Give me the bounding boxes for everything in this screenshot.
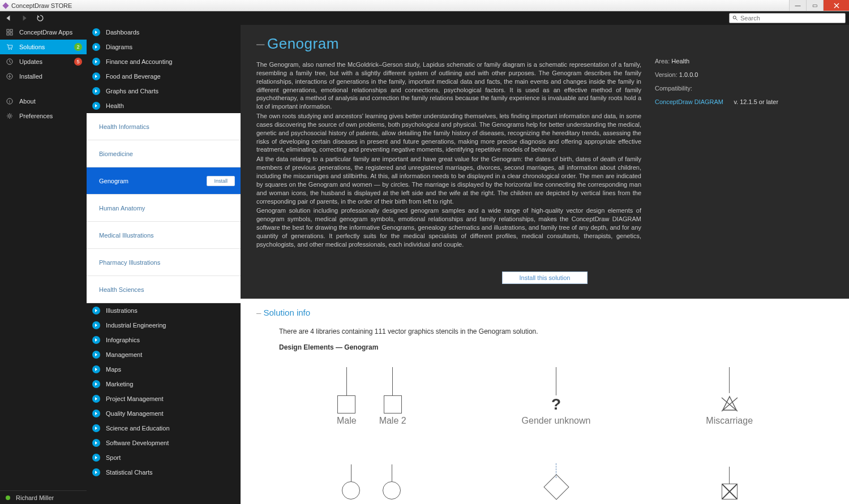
cat-label: Marketing	[106, 381, 133, 387]
cat-label: Dashboards	[106, 29, 139, 36]
solution-info-section[interactable]: – Solution info There are 4 libraries co…	[241, 299, 849, 504]
sidebar-item-label: Solutions	[19, 44, 45, 50]
cat-maps[interactable]: Maps	[87, 362, 241, 377]
cat-graphs[interactable]: Graphs and Charts	[87, 84, 241, 98]
expand-icon	[92, 321, 100, 329]
svg-point-6	[11, 49, 12, 50]
svg-rect-4	[10, 33, 12, 35]
cat-software[interactable]: Software Development	[87, 436, 241, 450]
category-panel[interactable]: Dashboards Diagrams Finance and Accounti…	[87, 25, 241, 504]
hero-paragraph: The own roots studying and ancestors' le…	[256, 112, 641, 154]
svg-text:i: i	[9, 99, 10, 104]
cat-project[interactable]: Project Management	[87, 391, 241, 406]
search-input[interactable]	[740, 15, 842, 21]
sub-label: Medical Illustrations	[99, 232, 154, 239]
info-subhead: Design Elements — Genogram	[279, 343, 833, 351]
expand-icon	[92, 454, 100, 462]
cat-sport[interactable]: Sport	[87, 450, 241, 465]
app-icon	[2, 2, 8, 8]
sidebar-item-label: Installed	[19, 73, 42, 80]
nav-back-button[interactable]	[3, 13, 14, 23]
cat-health[interactable]: Health	[87, 98, 241, 113]
window-title: ConceptDraw STORE	[11, 2, 72, 9]
meta-version-label: Version:	[655, 71, 678, 78]
nav-reload-button[interactable]	[35, 13, 45, 23]
expand-icon	[92, 395, 100, 403]
sidebar-item-solutions[interactable]: Solutions 2	[0, 40, 87, 54]
expand-icon	[92, 424, 100, 432]
sub-health-informatics[interactable]: Health Informatics	[87, 113, 241, 140]
cat-marketing[interactable]: Marketing	[87, 377, 241, 391]
expand-icon	[92, 351, 100, 359]
expand-icon	[92, 439, 100, 447]
cat-science[interactable]: Science and Education	[87, 421, 241, 436]
cat-industrial[interactable]: Industrial Engineering	[87, 318, 241, 333]
info-lead: There are 4 libraries containing 111 vec…	[279, 328, 833, 335]
stencil-label: Gender unknown	[522, 416, 591, 426]
sub-health-sciences[interactable]: Health Sciences	[87, 276, 241, 303]
search-box[interactable]	[729, 13, 846, 23]
expand-icon	[92, 410, 100, 417]
expand-icon	[92, 58, 100, 66]
updates-badge: 5	[74, 58, 82, 66]
svg-rect-2	[10, 29, 12, 32]
sub-medical-illustrations[interactable]: Medical Illustrations	[87, 222, 241, 249]
hero-section: –Genogram The Genogram, also named the M…	[241, 25, 849, 267]
stencil-male2: Male 2	[379, 363, 406, 426]
nav-forward-button[interactable]	[19, 13, 29, 23]
install-solution-button[interactable]: Install this solution	[502, 272, 588, 284]
expand-icon	[92, 468, 100, 476]
sub-biomedicine[interactable]: Biomedicine	[87, 140, 241, 167]
stencil-male: Male	[337, 363, 357, 426]
cat-infographics[interactable]: Infographics	[87, 333, 241, 347]
sub-pharmacy-illustrations[interactable]: Pharmacy Illustrations	[87, 249, 241, 276]
user-name: Richard Miller	[16, 494, 54, 501]
stencil-label: Miscarriage	[706, 416, 753, 426]
compat-app-link[interactable]: ConceptDraw DIAGRAM	[655, 98, 723, 105]
sidebar-item-preferences[interactable]: Preferences	[0, 109, 87, 123]
hero-paragraph: The Genogram, also named the McGoldrick–…	[256, 61, 641, 111]
sidebar-item-apps[interactable]: ConceptDraw Apps	[0, 25, 87, 40]
expand-icon	[92, 336, 100, 344]
info-icon: i	[6, 97, 14, 105]
cat-label: Project Management	[106, 395, 164, 402]
sub-label: Health Informatics	[99, 123, 149, 130]
solutions-badge: 2	[74, 43, 82, 51]
cat-illustrations[interactable]: Illustrations	[87, 303, 241, 318]
sidebar-item-installed[interactable]: Installed	[0, 69, 87, 84]
sub-human-anatomy[interactable]: Human Anatomy	[87, 195, 241, 222]
cat-management[interactable]: Management	[87, 347, 241, 362]
cat-quality[interactable]: Quality Management	[87, 406, 241, 421]
svg-point-0	[733, 16, 736, 19]
sidebar-item-updates[interactable]: Updates 5	[0, 54, 87, 69]
cat-label: Maps	[106, 366, 121, 373]
meta-area-label: Area:	[655, 58, 670, 64]
sidebar-user[interactable]: Richard Miller	[0, 490, 87, 504]
status-dot-icon	[6, 496, 10, 500]
window-minimize-button[interactable]: ―	[789, 0, 806, 11]
cat-diagrams[interactable]: Diagrams	[87, 40, 241, 54]
expand-icon	[92, 365, 100, 373]
cat-label: Food and Beverage	[106, 73, 161, 80]
cat-label: Health	[106, 102, 124, 109]
sidebar-item-label: ConceptDraw Apps	[19, 29, 72, 36]
cat-label: Diagrams	[106, 44, 132, 50]
cat-label: Graphs and Charts	[106, 88, 158, 94]
cat-statistical[interactable]: Statistical Charts	[87, 465, 241, 480]
cat-food[interactable]: Food and Beverage	[87, 69, 241, 84]
hero-paragraph: All the data relating to a particular fa…	[256, 155, 641, 205]
svg-rect-1	[7, 29, 9, 32]
cat-finance[interactable]: Finance and Accounting	[87, 54, 241, 69]
apps-icon	[6, 28, 14, 36]
cat-label: Quality Management	[106, 410, 164, 417]
miscarriage-icon	[719, 393, 740, 413]
stencil-gallery: Male Male 2	[279, 363, 811, 499]
sidebar-item-about[interactable]: i About	[0, 94, 87, 109]
sub-genogram[interactable]: Genogram Install	[87, 167, 241, 195]
install-pill-button[interactable]: Install	[207, 176, 235, 186]
window-maximize-button[interactable]: ▭	[806, 0, 823, 11]
cat-dashboards[interactable]: Dashboards	[87, 25, 241, 40]
cat-label: Illustrations	[106, 307, 138, 314]
stencil-female2	[383, 449, 401, 499]
window-close-button[interactable]	[823, 0, 849, 11]
